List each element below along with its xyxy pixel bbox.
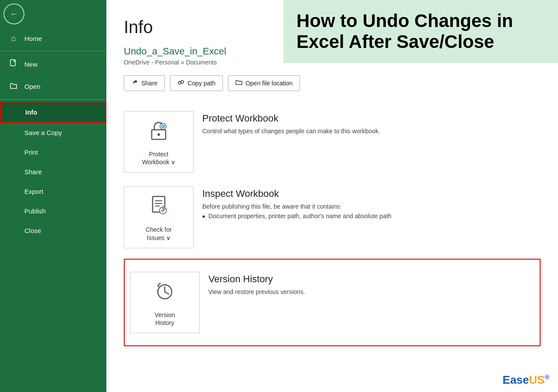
version-history-desc: View and restore previous versions. [208,288,534,295]
version-history-heading: Version History [208,274,534,285]
home-icon: ⌂ [9,34,18,43]
version-history-button[interactable]: VersionHistory [130,272,200,333]
protect-workbook-button[interactable]: ProtectWorkbook ∨ [124,111,194,172]
lock-icon [148,119,169,147]
sidebar-item-label: Close [24,227,41,234]
easeus-us: US [529,373,545,386]
action-buttons: Share Copy path Open file location [124,75,541,91]
protect-workbook-content: Protect Workbook Control what types of c… [202,111,541,137]
inspect-workbook-desc: Before publishing this file, be aware th… [202,203,541,210]
version-history-content: Version History View and restore previou… [208,272,534,298]
check-issues-button[interactable]: Check forIssues ∨ [124,186,194,248]
inspect-workbook-content: Inspect Workbook Before publishing this … [202,186,541,220]
version-history-row: VersionHistory Version History View and … [130,265,534,340]
back-arrow-icon: ← [10,10,18,19]
svg-point-1 [178,81,181,84]
sidebar-item-label: Print [24,149,38,156]
version-history-icon-label: VersionHistory [155,311,175,327]
copy-path-icon [177,79,184,88]
protect-workbook-desc: Control what types of changes people can… [202,128,541,135]
copy-path-button[interactable]: Copy path [170,75,223,91]
inspect-workbook-section: Check forIssues ∨ Inspect Workbook Befor… [124,179,541,255]
protect-workbook-heading: Protect Workbook [202,113,541,124]
new-icon [9,59,18,69]
main-content: How to Undo Changes in Excel After Save/… [106,0,558,392]
copy-path-button-label: Copy path [187,80,215,87]
share-button-label: Share [141,80,157,87]
overlay-banner: How to Undo Changes in Excel After Save/… [283,0,558,63]
share-button[interactable]: Share [124,75,165,91]
easeus-logo: EaseUS® [503,373,549,387]
svg-point-2 [181,81,184,83]
sidebar-item-label: Save a Copy [24,129,62,136]
easeus-ease: Ease [503,373,529,386]
sidebar-item-label: Share [24,168,42,176]
sidebar-item-label: New [24,61,37,68]
version-history-section: VersionHistory Version History View and … [124,259,541,346]
svg-rect-0 [10,60,15,66]
sidebar-item-publish[interactable]: Publish [0,201,106,221]
sidebar-item-print[interactable]: Print [0,142,106,162]
open-icon [9,81,18,91]
inspect-workbook-bullet: Document properties, printer path, autho… [202,213,541,220]
easeus-reg: ® [545,374,549,381]
svg-point-5 [157,133,160,136]
sidebar-item-new[interactable]: New [0,53,106,75]
share-arrow-icon [131,79,138,88]
protect-workbook-icon-label: ProtectWorkbook ∨ [142,150,176,166]
version-history-icon [154,280,175,308]
sidebar-item-close[interactable]: Close [0,221,106,240]
sidebar-item-label: Info [25,108,37,116]
sidebar: ← ⌂ Home New Open Info Save a Copy [0,0,106,392]
folder-icon [235,79,242,88]
overlay-title: How to Undo Changes in Excel After Save/… [296,10,545,53]
sections: ProtectWorkbook ∨ Protect Workbook Contr… [106,104,558,355]
sidebar-item-label: Publish [24,207,46,215]
inspect-workbook-heading: Inspect Workbook [202,188,541,199]
back-button[interactable]: ← [3,3,24,24]
sidebar-item-open[interactable]: Open [0,75,106,98]
sidebar-item-label: Export [24,188,43,195]
inspect-icon [148,195,169,222]
sidebar-item-share[interactable]: Share [0,162,106,182]
sidebar-item-info[interactable]: Info [0,101,106,123]
sidebar-nav: ⌂ Home New Open Info Save a Copy Prin [0,28,106,392]
sidebar-item-home[interactable]: ⌂ Home [0,28,106,49]
sidebar-item-export[interactable]: Export [0,182,106,201]
open-location-button-label: Open file location [245,80,293,87]
sidebar-item-label: Home [24,35,42,42]
open-location-button[interactable]: Open file location [228,75,300,91]
sidebar-item-label: Open [24,83,41,90]
protect-workbook-section: ProtectWorkbook ∨ Protect Workbook Contr… [124,104,541,179]
sidebar-item-save-copy[interactable]: Save a Copy [0,123,106,142]
check-issues-icon-label: Check forIssues ∨ [146,226,172,241]
